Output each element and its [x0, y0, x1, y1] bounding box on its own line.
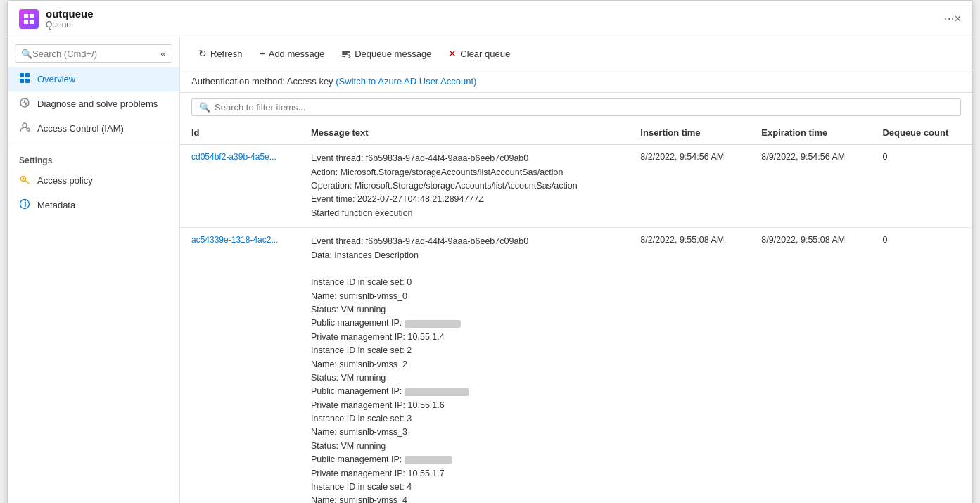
- col-expiration: Expiration time: [750, 122, 871, 144]
- title-info: outqueue Queue: [46, 8, 938, 30]
- add-message-button[interactable]: + Add message: [253, 44, 332, 63]
- key-icon: [19, 174, 30, 187]
- svg-rect-5: [25, 73, 30, 77]
- iam-icon: [19, 122, 30, 135]
- svg-rect-3: [30, 19, 34, 23]
- search-icon: 🔍: [21, 49, 32, 59]
- sidebar-item-label: Access Control (IAM): [37, 123, 124, 134]
- col-insertion: Insertion time: [629, 122, 750, 144]
- auth-prefix: Authentication method: Access key: [191, 76, 333, 87]
- auth-switch-link[interactable]: (Switch to Azure AD User Account): [336, 76, 476, 87]
- diagnose-icon: [19, 97, 30, 110]
- filter-search-icon: 🔍: [199, 102, 210, 113]
- info-icon: i: [19, 198, 30, 212]
- main-window: outqueue Queue ··· × 🔍 « Overview: [7, 0, 973, 503]
- filter-input[interactable]: [215, 102, 953, 113]
- sidebar-item-label: Overview: [37, 74, 75, 84]
- dequeue-icon: [341, 48, 351, 59]
- sidebar-item-metadata[interactable]: i Metadata: [8, 193, 179, 217]
- table-area: Id Message text Insertion time Expiratio…: [180, 122, 972, 503]
- auth-bar: Authentication method: Access key (Switc…: [180, 70, 972, 93]
- table-row[interactable]: ac54339e-1318-4ac2...Event thread: f6b59…: [180, 228, 972, 503]
- svg-rect-17: [342, 53, 348, 55]
- row-insertion-time: 8/2/2022, 9:55:08 AM: [629, 228, 750, 503]
- close-button[interactable]: ×: [955, 13, 961, 25]
- messages-table: Id Message text Insertion time Expiratio…: [180, 122, 972, 503]
- sidebar-divider: [8, 144, 179, 144]
- app-subtitle: Queue: [46, 20, 938, 30]
- svg-rect-16: [342, 51, 350, 53]
- sidebar-item-overview[interactable]: Overview: [8, 67, 179, 91]
- row-message: Event thread: f6b5983a-97ad-44f4-9aaa-b6…: [300, 144, 629, 227]
- svg-rect-0: [24, 13, 28, 18]
- row-insertion-time: 8/2/2022, 9:54:56 AM: [629, 144, 750, 227]
- row-id: cd054bf2-a39b-4a5e...: [180, 144, 300, 227]
- collapse-icon[interactable]: «: [160, 48, 166, 59]
- app-name: outqueue: [46, 8, 938, 20]
- row-expiration-time: 8/9/2022, 9:55:08 AM: [750, 228, 871, 503]
- content-area: ↻ Refresh + Add message Dequeue message …: [180, 37, 972, 503]
- dequeue-message-button[interactable]: Dequeue message: [334, 44, 438, 63]
- sidebar-item-diagnose[interactable]: Diagnose and solve problems: [8, 91, 179, 116]
- svg-rect-6: [20, 79, 24, 83]
- sidebar-item-access-policy[interactable]: Access policy: [8, 168, 179, 193]
- title-bar: outqueue Queue ··· ×: [8, 1, 972, 37]
- sidebar-item-label: Access policy: [37, 175, 93, 186]
- row-message: Event thread: f6b5983a-97ad-44f4-9aaa-b6…: [300, 228, 629, 503]
- refresh-icon: ↻: [198, 48, 207, 59]
- filter-input-container[interactable]: 🔍: [191, 98, 961, 116]
- toolbar: ↻ Refresh + Add message Dequeue message …: [180, 37, 972, 70]
- clear-icon: ✕: [448, 48, 457, 59]
- svg-rect-7: [25, 79, 30, 83]
- svg-rect-1: [30, 13, 34, 18]
- row-dequeue-count: 0: [871, 144, 972, 227]
- clear-queue-button[interactable]: ✕ Clear queue: [441, 44, 517, 63]
- row-expiration-time: 8/9/2022, 9:54:56 AM: [750, 144, 871, 227]
- filter-bar: 🔍: [180, 93, 972, 122]
- col-message: Message text: [300, 122, 629, 144]
- col-id: Id: [180, 122, 300, 144]
- table-row[interactable]: cd054bf2-a39b-4a5e...Event thread: f6b59…: [180, 144, 972, 227]
- add-icon: +: [260, 48, 265, 59]
- main-area: 🔍 « Overview Diagnose and solve problems: [8, 37, 972, 503]
- search-box[interactable]: 🔍 «: [15, 44, 172, 63]
- refresh-button[interactable]: ↻ Refresh: [191, 44, 250, 63]
- overview-icon: [19, 72, 30, 86]
- sidebar-item-label: Diagnose and solve problems: [37, 98, 158, 109]
- app-icon: [19, 9, 39, 29]
- sidebar-item-label: Metadata: [37, 200, 75, 210]
- sidebar-item-access-control[interactable]: Access Control (IAM): [8, 116, 179, 141]
- svg-point-9: [23, 123, 27, 127]
- more-options-button[interactable]: ···: [944, 11, 955, 26]
- svg-point-13: [23, 178, 25, 180]
- svg-line-12: [25, 180, 30, 184]
- row-dequeue-count: 0: [871, 228, 972, 503]
- settings-section-label: Settings: [8, 147, 179, 168]
- svg-rect-18: [342, 56, 345, 57]
- sidebar: 🔍 « Overview Diagnose and solve problems: [8, 37, 180, 503]
- table-header-row: Id Message text Insertion time Expiratio…: [180, 122, 972, 144]
- svg-text:i: i: [24, 198, 27, 209]
- svg-rect-2: [24, 19, 28, 23]
- row-id: ac54339e-1318-4ac2...: [180, 228, 300, 503]
- col-dequeue: Dequeue count: [871, 122, 972, 144]
- search-input[interactable]: [32, 49, 158, 59]
- svg-rect-4: [20, 73, 24, 77]
